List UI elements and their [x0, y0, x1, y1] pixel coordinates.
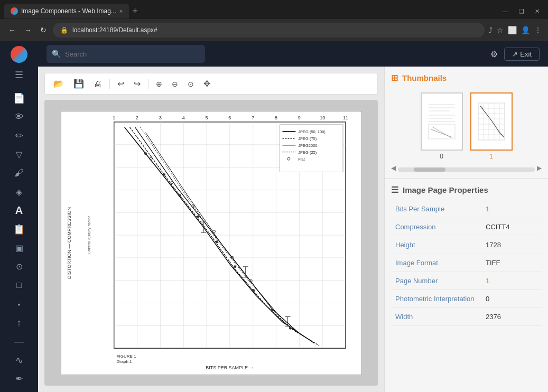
viewer-toolbar: 📂 💾 🖨 ↩ ↪ ⊕ ⊖ ⊙ ✥: [44, 73, 378, 95]
sidebar-icon-minus[interactable]: —: [8, 333, 30, 350]
thumb-scroll-row: ◀ ▶: [391, 164, 542, 172]
address-bar: ← → ↻ 🔒 localhost:24189/Default.aspx# ⤴ …: [0, 19, 548, 41]
share-icon[interactable]: ⤴: [489, 26, 493, 34]
property-value: 1: [481, 272, 542, 290]
search-input[interactable]: [65, 50, 200, 58]
property-row: Width2376: [391, 308, 542, 326]
svg-text:4: 4: [182, 115, 184, 120]
tab-favicon: [11, 7, 18, 15]
browser-chrome: Image Components - Web Imag... × + — ❑ ✕…: [0, 0, 548, 41]
property-row: Page Number1: [391, 272, 542, 290]
properties-section: ☰ Image Page Properties Bits Per Sample1…: [385, 179, 548, 332]
svg-point-42: [197, 215, 199, 218]
refresh-btn[interactable]: ↻: [38, 25, 49, 35]
property-row: Height1728: [391, 236, 542, 254]
exit-button[interactable]: ↗ Exit: [504, 48, 540, 61]
property-value: CCITT4: [481, 218, 542, 236]
svg-point-43: [215, 240, 218, 243]
gear-icon[interactable]: ⚙: [490, 49, 498, 59]
property-key: Page Number: [391, 272, 481, 290]
properties-table: Bits Per Sample1CompressionCCITT4Height1…: [391, 200, 542, 326]
sidebar-icon-filter[interactable]: ▽: [8, 146, 30, 163]
sidebar-icon-arrow[interactable]: ↑: [8, 314, 30, 331]
new-tab-btn[interactable]: +: [129, 6, 141, 17]
forward-btn[interactable]: →: [22, 25, 34, 35]
close-btn[interactable]: ✕: [531, 8, 544, 15]
zoom-out-button[interactable]: ⊖: [169, 78, 181, 90]
image-container: 1 2 3 4 5 6 7 8 9 10 11: [61, 111, 362, 375]
split-icon[interactable]: ⬜: [508, 26, 517, 34]
back-btn[interactable]: ←: [6, 25, 18, 35]
save-button[interactable]: 💾: [70, 77, 87, 91]
address-input[interactable]: 🔒 localhost:24189/Default.aspx#: [53, 23, 485, 38]
property-key: Bits Per Sample: [391, 200, 481, 218]
print-button[interactable]: 🖨: [90, 77, 105, 91]
undo-button[interactable]: ↩: [114, 77, 127, 91]
sidebar-icon-frame[interactable]: ▣: [8, 239, 30, 257]
image-viewport[interactable]: 1 2 3 4 5 6 7 8 9 10 11: [44, 100, 378, 386]
scroll-left-btn[interactable]: ◀: [391, 164, 396, 172]
right-panel: ⊞ Thumbnails: [384, 67, 548, 392]
app-logo: [11, 46, 27, 63]
sidebar-icon-edit[interactable]: ✏: [8, 127, 30, 144]
menu-icon[interactable]: ⋮: [534, 26, 542, 34]
sidebar-icon-document[interactable]: 📄: [8, 90, 30, 107]
address-icons: ⤴ ☆ ⬜ 👤 ⋮: [489, 26, 542, 34]
property-key: Width: [391, 308, 481, 326]
sidebar-icon-wave[interactable]: ∿: [8, 351, 30, 369]
svg-text:8: 8: [275, 115, 277, 120]
svg-text:11: 11: [342, 115, 348, 120]
scroll-right-btn[interactable]: ▶: [537, 164, 542, 172]
property-value: 2376: [481, 308, 542, 326]
svg-text:3: 3: [159, 115, 161, 120]
active-tab[interactable]: Image Components - Web Imag... ×: [4, 4, 129, 18]
properties-icon: ☰: [391, 185, 398, 195]
sidebar-icon-eye[interactable]: 👁: [8, 108, 30, 126]
svg-text:DISTORTION — COMPRESSION: DISTORTION — COMPRESSION: [67, 207, 72, 279]
svg-point-40: [162, 173, 165, 176]
property-row: CompressionCCITT4: [391, 218, 542, 236]
thumbnail-1[interactable]: [470, 92, 513, 151]
svg-text:JPEG (75): JPEG (75): [298, 136, 317, 141]
svg-point-41: [178, 194, 181, 197]
sidebar-icon-brush[interactable]: 🖌: [8, 164, 30, 182]
maximize-btn[interactable]: ❑: [515, 8, 528, 15]
hamburger-menu[interactable]: ☰: [8, 66, 30, 83]
property-key: Image Format: [391, 254, 481, 272]
fit-button[interactable]: ⊙: [184, 78, 197, 90]
svg-text:5: 5: [205, 115, 208, 120]
window-controls: — ❑ ✕: [498, 8, 544, 15]
bookmark-icon[interactable]: ☆: [497, 26, 504, 34]
svg-text:Graph 1: Graph 1: [116, 359, 132, 364]
redo-button[interactable]: ↪: [131, 77, 144, 91]
properties-label: Image Page Properties: [403, 185, 488, 194]
open-file-button[interactable]: 📂: [50, 77, 67, 91]
move-button[interactable]: ✥: [200, 77, 213, 91]
sidebar-icon-text[interactable]: A: [8, 202, 30, 219]
exit-label: Exit: [520, 50, 532, 58]
thumbnail-scrollbar[interactable]: [398, 167, 535, 172]
svg-point-47: [289, 326, 291, 329]
thumbnail-0[interactable]: [421, 92, 463, 151]
tab-close-btn[interactable]: ×: [119, 8, 123, 14]
zoom-in-button[interactable]: ⊕: [153, 78, 165, 90]
sidebar-icon-cube[interactable]: ◈: [8, 183, 30, 201]
sidebar-icon-notes[interactable]: 📋: [8, 220, 30, 238]
svg-text:JPEG (50, 100): JPEG (50, 100): [298, 129, 326, 134]
property-key: Compression: [391, 218, 481, 236]
search-box[interactable]: 🔍: [47, 45, 205, 63]
minimize-btn[interactable]: —: [498, 8, 513, 15]
left-sidebar: ☰ 📄 👁 ✏ ▽ 🖌 ◈ A 📋 ▣ ⊙ □ ▪ ↑ — ∿ ✒: [0, 41, 38, 392]
svg-text:1: 1: [113, 115, 115, 120]
sidebar-icon-stamp[interactable]: ⊙: [8, 258, 30, 275]
svg-text:Flat: Flat: [298, 156, 305, 161]
sidebar-icon-rect[interactable]: □: [8, 277, 30, 294]
property-key: Height: [391, 236, 481, 254]
svg-point-44: [234, 265, 236, 268]
profile-icon[interactable]: 👤: [521, 26, 530, 34]
property-row: Image FormatTIFF: [391, 254, 542, 272]
sidebar-icon-shape[interactable]: ▪: [8, 295, 30, 313]
property-value: TIFF: [481, 254, 542, 272]
sidebar-icon-pen[interactable]: ✒: [8, 370, 30, 388]
svg-text:10: 10: [320, 115, 325, 120]
